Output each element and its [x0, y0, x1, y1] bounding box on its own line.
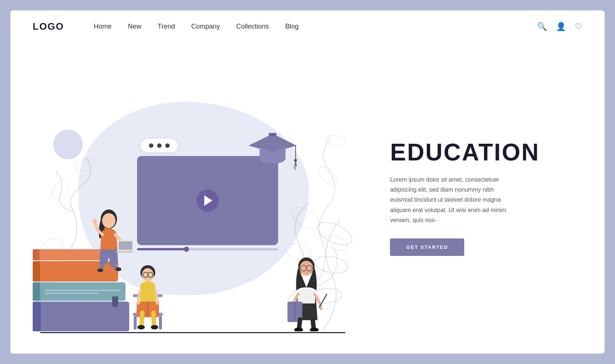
- book-2-spine: [33, 261, 40, 282]
- text-area: EDUCATION Lorem ipsum dolor sit amet, co…: [368, 43, 605, 354]
- book-3: [33, 282, 126, 301]
- circle-accent: [53, 130, 83, 159]
- svg-point-14: [294, 159, 297, 162]
- svg-point-25: [115, 267, 121, 271]
- search-icon[interactable]: 🔍: [537, 22, 547, 32]
- book-4-spine: [33, 302, 41, 331]
- nav-item-new[interactable]: New: [128, 23, 141, 30]
- svg-point-4: [315, 164, 340, 188]
- svg-point-37: [137, 325, 145, 329]
- play-button[interactable]: [196, 189, 219, 212]
- svg-point-1: [49, 177, 72, 201]
- progress-indicator: [184, 247, 189, 252]
- nav-item-blog[interactable]: Blog: [285, 23, 299, 30]
- svg-point-50: [310, 328, 319, 331]
- hero-title: EDUCATION: [390, 140, 575, 164]
- svg-rect-12: [269, 133, 276, 136]
- nav-item-home[interactable]: Home: [94, 23, 112, 30]
- svg-point-5: [325, 134, 346, 147]
- svg-rect-22: [119, 241, 132, 250]
- navbar: LOGO Home New Trend Company Collections …: [10, 10, 605, 43]
- chat-bubble: [141, 139, 178, 152]
- bookmark: [112, 296, 118, 308]
- teacher-character: [282, 257, 331, 331]
- nav-item-collections[interactable]: Collections: [236, 23, 269, 30]
- play-triangle-icon: [204, 195, 212, 206]
- main-content: EDUCATION Lorem ipsum dolor sit amet, co…: [10, 43, 605, 354]
- outer-frame: LOGO Home New Trend Company Collections …: [0, 0, 615, 364]
- video-progress-bar[interactable]: [137, 248, 278, 250]
- heart-icon[interactable]: ♡: [575, 22, 582, 32]
- video-monitor: [137, 156, 278, 245]
- progress-fill: [137, 248, 186, 250]
- logo: LOGO: [33, 21, 64, 32]
- svg-point-38: [151, 325, 158, 329]
- svg-rect-23: [116, 251, 133, 253]
- chat-dot-2: [157, 143, 162, 148]
- ground-line: [40, 332, 345, 333]
- book-1-spine: [33, 249, 39, 260]
- nav-item-company[interactable]: Company: [191, 23, 220, 30]
- svg-point-19: [102, 213, 115, 228]
- nav-icons: 🔍 👤 ♡: [537, 22, 582, 32]
- svg-point-49: [294, 328, 303, 331]
- hero-description: Lorem ipsum dolor sit amet, consectetuer…: [390, 175, 509, 225]
- svg-marker-11: [248, 134, 297, 152]
- nav-item-trend[interactable]: Trend: [158, 23, 175, 30]
- chat-dot-3: [165, 143, 170, 148]
- svg-line-44: [299, 268, 300, 268]
- svg-rect-29: [159, 316, 162, 329]
- svg-line-45: [312, 268, 314, 268]
- user-icon[interactable]: 👤: [556, 22, 566, 32]
- graduation-cap: [248, 130, 297, 176]
- svg-point-8: [314, 218, 355, 250]
- get-started-button[interactable]: GET STARTED: [390, 238, 464, 256]
- svg-rect-28: [134, 316, 137, 329]
- svg-point-3: [320, 232, 350, 253]
- boy-sitting-character: [126, 264, 170, 331]
- girl-on-books-character: [85, 209, 133, 272]
- chat-dot-1: [149, 143, 153, 148]
- main-card: LOGO Home New Trend Company Collections …: [10, 10, 605, 354]
- svg-line-46: [319, 294, 327, 307]
- nav-links: Home New Trend Company Collections Blog: [94, 23, 537, 30]
- book-3-spine: [33, 282, 40, 301]
- monitor-section: [137, 139, 278, 250]
- book-4: [33, 302, 129, 331]
- illustration-area: [10, 43, 368, 354]
- svg-point-20: [92, 219, 97, 223]
